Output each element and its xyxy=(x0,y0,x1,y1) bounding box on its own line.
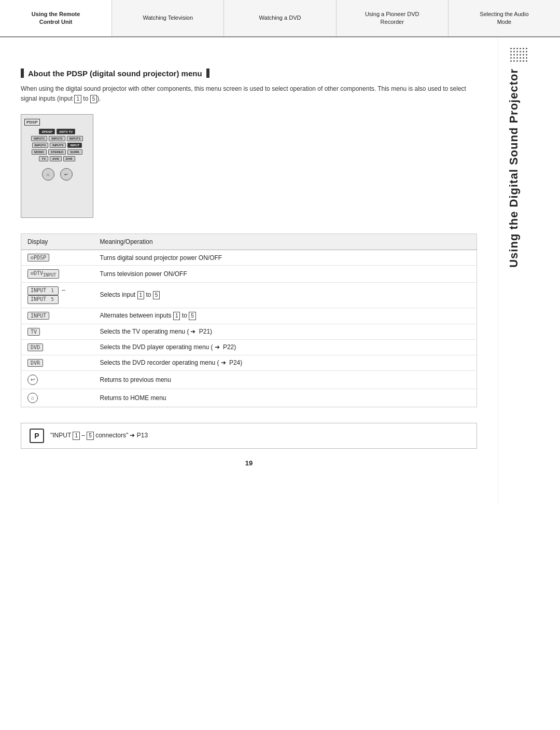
heading-bar-right xyxy=(206,68,209,78)
meaning-cell-home: Returns to HOME menu xyxy=(94,389,477,407)
meaning-cell-dvd: Selects the DVD player operating menu (➜… xyxy=(94,339,477,355)
remote-dvd-btn: DVD xyxy=(50,156,62,161)
meaning-cell-pdsp: Turns digital sound projector power ON/O… xyxy=(94,250,477,266)
remote-input2-btn: INPUT2 xyxy=(49,136,65,141)
meaning-cell-dvr: Selects the DVD recorder operating menu … xyxy=(94,355,477,370)
display-cell-pdsp: ⊙PDSP xyxy=(21,250,94,266)
footer-text: "INPUT 1 – 5 connectors" ➜ P13 xyxy=(50,432,148,440)
table-row: ⊙PDSP Turns digital sound projector powe… xyxy=(21,250,477,266)
remote-input4-btn: INPUT4 xyxy=(32,143,48,148)
display-cell-dvd: DVD xyxy=(21,339,94,355)
remote-home-circle: ⌂ xyxy=(42,168,54,181)
display-cell-home: ⌂ xyxy=(21,389,94,407)
section-title: About the PDSP (digital sound projector)… xyxy=(28,69,202,78)
table-row: INPUT 1 – INPUT 5 Selects input 1 to 5 xyxy=(21,283,477,308)
nav-item-watching-dvd[interactable]: Watching a DVD xyxy=(224,0,336,36)
remote-pdsp-btn: ⊙PDSP xyxy=(39,129,55,134)
content-area: About the PDSP (digital sound projector)… xyxy=(0,37,498,504)
heading-bar-left xyxy=(21,68,24,78)
nav-item-pioneer-dvd[interactable]: Using a Pioneer DVD Recorder xyxy=(337,0,449,36)
remote-dvr-btn: DVR xyxy=(63,156,75,161)
remote-stereo-btn: STEREO xyxy=(48,149,66,155)
meaning-cell-input15: Selects input 1 to 5 xyxy=(94,283,477,308)
display-cell-tv: TV xyxy=(21,324,94,339)
nav-item-watching-tv[interactable]: Watching Television xyxy=(112,0,224,36)
remote-logo: PDSP xyxy=(24,119,40,126)
meaning-cell-back: Returns to previous menu xyxy=(94,370,477,389)
display-cell-dvr: DVR xyxy=(21,355,94,370)
table-row: INPUT Alternates between inputs 1 to 5 xyxy=(21,308,477,324)
remote-input3-btn: INPUT3 xyxy=(67,136,83,141)
remote-surr-btn: SURR. xyxy=(67,149,82,155)
nav-label-remote: Using the Remote Control Unit xyxy=(32,10,80,26)
remote-input-btn: INPUT xyxy=(67,143,82,148)
table-row: DVD Selects the DVD player operating men… xyxy=(21,339,477,355)
display-cell-input: INPUT xyxy=(21,308,94,324)
display-cell-input15: INPUT 1 – INPUT 5 xyxy=(21,283,94,308)
table-row: ↩ Returns to previous menu xyxy=(21,370,477,389)
remote-dtv-btn: ⊙DTV TV xyxy=(57,129,75,134)
sidebar-text: Using the Digital Sound Projector xyxy=(507,68,521,268)
display-cell-dtv: ⊙DTVINPUT xyxy=(21,266,94,283)
remote-image-container: PDSP ⊙PDSP ⊙DTV TV INPUT1 INPUT2 INPUT3 … xyxy=(21,114,477,218)
nav-label-dvd: Watching a DVD xyxy=(259,14,301,22)
display-table: Display Meaning/Operation ⊙PDSP Turns di… xyxy=(21,233,477,407)
main-layout: About the PDSP (digital sound projector)… xyxy=(0,37,560,504)
table-header-meaning: Meaning/Operation xyxy=(94,234,477,250)
display-cell-back: ↩ xyxy=(21,370,94,389)
nav-item-remote-control[interactable]: Using the Remote Control Unit xyxy=(0,0,112,36)
meaning-cell-dtv: Turns television power ON/OFF xyxy=(94,266,477,283)
table-header-display: Display xyxy=(21,234,94,250)
remote-back-circle: ↩ xyxy=(60,168,73,181)
remote-input5-btn: INPUT5 xyxy=(50,143,66,148)
top-navigation: Using the Remote Control Unit Watching T… xyxy=(0,0,560,37)
sidebar: Using the Digital Sound Projector xyxy=(498,37,529,504)
footer-note: P "INPUT 1 – 5 connectors" ➜ P13 xyxy=(21,423,477,449)
section-description: When using the digital sound projector w… xyxy=(21,84,477,104)
table-row: TV Selects the TV operating menu (➜ P21) xyxy=(21,324,477,339)
nav-item-audio-mode[interactable]: Selecting the Audio Mode xyxy=(449,0,560,36)
table-row: ⊙DTVINPUT Turns television power ON/OFF xyxy=(21,266,477,283)
remote-tv-btn: TV xyxy=(39,156,48,161)
table-row: ⌂ Returns to HOME menu xyxy=(21,389,477,407)
nav-label-pioneer: Using a Pioneer DVD Recorder xyxy=(365,10,419,26)
remote-input1-btn: INPUT1 xyxy=(31,136,47,141)
nav-label-tv: Watching Television xyxy=(143,14,193,22)
meaning-cell-tv: Selects the TV operating menu (➜ P21) xyxy=(94,324,477,339)
remote-image: PDSP ⊙PDSP ⊙DTV TV INPUT1 INPUT2 INPUT3 … xyxy=(21,114,93,218)
nav-label-audio: Selecting the Audio Mode xyxy=(480,10,528,26)
page-number: 19 xyxy=(21,459,477,477)
section-heading: About the PDSP (digital sound projector)… xyxy=(21,68,477,78)
remote-mono-btn: MONO xyxy=(32,149,47,155)
table-row: DVR Selects the DVD recorder operating m… xyxy=(21,355,477,370)
footer-p-icon: P xyxy=(30,429,44,443)
sidebar-dots xyxy=(510,48,525,62)
meaning-cell-input: Alternates between inputs 1 to 5 xyxy=(94,308,477,324)
